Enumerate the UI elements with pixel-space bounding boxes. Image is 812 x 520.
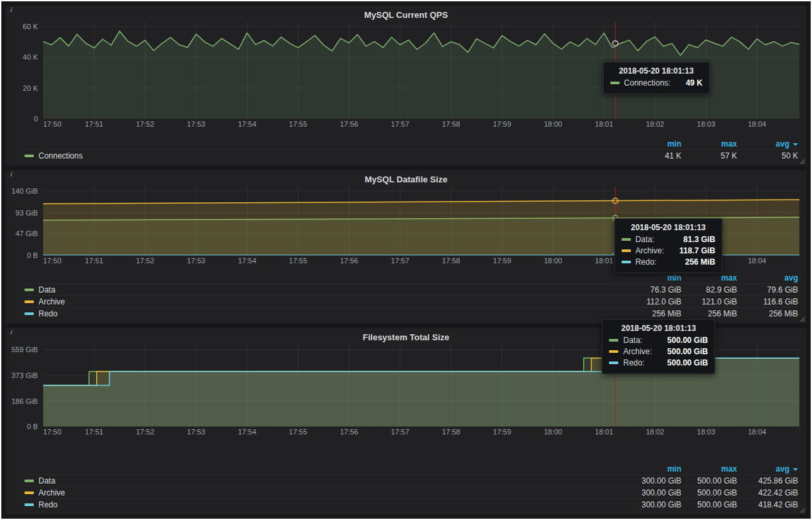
legend-row-data: Data 300.00 GiB 500.00 GiB 425.86 GiB [25,474,798,486]
y-axis-tick-label: 47 GiB [15,229,38,237]
legend-header-min[interactable]: min [626,139,681,149]
panel-info-icon[interactable]: i [8,171,15,178]
legend-header-avg[interactable]: avg [737,464,798,474]
panel-info-icon[interactable]: i [8,329,15,336]
x-axis-tick-label: 17:58 [442,120,460,128]
series-color-dash [609,361,618,364]
legend-series-name[interactable]: Redo [38,500,58,509]
graph-tooltip: 2018-05-20 18:01:13 Data: 81.3 GiB Archi… [614,218,722,273]
x-axis-tick-label: 18:03 [697,120,716,128]
legend-row-connections: Connections 41 K 57 K 50 K [25,149,798,161]
x-axis-tick-label: 17:50 [43,120,62,128]
legend-series-name[interactable]: Archive [38,297,65,306]
tooltip-series-name: Connections: [624,78,671,88]
legend-header-row: min max avg [25,139,798,149]
tooltip-series-value: 81.3 GiB [673,235,715,244]
series-color-dash [622,261,631,263]
x-axis-tick-label: 18:04 [748,257,766,265]
tooltip-series-value: 500.00 GiB [657,347,708,356]
legend-avg-value: 418.42 GiB [737,500,798,509]
tooltip-row: Redo: 500.00 GiB [609,358,708,367]
tooltip-series-value: 500.00 GiB [657,358,708,367]
legend-header-max[interactable]: max [681,273,737,283]
x-axis: 17:5017:5117:5217:5317:5417:5517:5617:57… [43,426,799,437]
legend-header-min[interactable]: min [626,273,681,283]
tooltip-row: Redo: 256 MiB [622,257,715,267]
legend-header-max[interactable]: max [681,139,737,149]
x-axis-tick-label: 17:52 [136,257,155,265]
series-color-dash [25,491,34,494]
panel-filesystem-total-size: i Filesystem Total Size 2018-05-20 18:01… [5,328,807,515]
series-color-dash [25,312,34,315]
tooltip-series-name: Redo: [623,358,644,367]
x-axis-tick-label: 17:55 [289,257,308,265]
x-axis-tick-label: 17:58 [442,428,460,436]
legend-header-avg[interactable]: avg [737,139,798,149]
legend-avg-value: 79.6 GiB [737,285,798,294]
tooltip-timestamp: 2018-05-20 18:01:13 [610,66,703,76]
x-axis-tick-label: 18:00 [544,120,563,128]
legend-min-value: 300.00 GiB [626,476,681,486]
legend-header-max[interactable]: max [681,464,737,474]
series-color-dash [622,238,631,241]
tooltip-series-value: 500.00 GiB [657,336,708,345]
legend-avg-value: 425.86 GiB [737,476,798,486]
series-color-dash [609,350,618,353]
x-axis-tick-label: 17:52 [136,428,155,436]
legend-max-value: 256 MiB [681,309,737,318]
tooltip-series-value: 256 MiB [675,257,715,267]
legend-series-name[interactable]: Data [38,285,55,294]
y-axis: 0 B47 GiB93 GiB140 GiB [13,186,43,255]
x-axis-tick-label: 17:54 [238,120,257,128]
tooltip-series-name: Archive: [636,246,664,255]
y-axis-tick-label: 20 K [23,84,38,92]
legend-max-value: 57 K [681,151,737,161]
x-axis-tick-label: 17:54 [238,428,257,436]
grafana-dashboard: i MySQL Current QPS 020 K40 K60 K 2018-0… [1,1,811,519]
panel-mysql-datafile-size: i MySQL Datafile Size 0 B47 GiB93 GiB140… [5,170,807,324]
graph-tooltip: 2018-05-20 18:01:13 Connections: 49 K [603,62,710,94]
x-axis-tick-label: 17:54 [238,257,257,265]
y-axis-tick-label: 373 GiB [11,371,38,379]
x-axis-tick-label: 17:53 [187,428,206,436]
series-color-dash [610,82,620,84]
panel-info-icon[interactable]: i [8,7,15,13]
series-color-dash [622,249,631,252]
legend-series-name[interactable]: Connections [38,151,83,161]
legend-avg-value: 116.6 GiB [737,297,798,306]
panel-title[interactable]: MySQL Datafile Size [13,173,799,186]
legend-avg-value: 256 MiB [737,309,798,318]
x-axis-tick-label: 17:57 [391,257,409,265]
x-axis-tick-label: 17:58 [442,257,460,265]
legend-series-name[interactable]: Archive [38,488,65,497]
x-axis-tick-label: 18:00 [544,257,563,265]
legend-series-name[interactable]: Data [38,476,55,486]
x-axis-tick-label: 17:56 [340,257,358,265]
x-axis-tick-label: 17:57 [391,428,409,436]
legend-header-min[interactable]: min [626,464,681,474]
tooltip-row: Connections: 49 K [610,78,703,88]
legend-max-value: 121.0 GiB [681,297,737,306]
x-axis-tick-label: 17:53 [187,257,206,265]
x-axis-tick-label: 17:51 [85,257,103,265]
tooltip-row: Data: 500.00 GiB [609,336,708,345]
legend-series-name[interactable]: Redo [38,309,58,318]
legend: min max avg Data 76.3 GiB 82.9 GiB 79.6 … [13,273,799,320]
x-axis-tick-label: 17:51 [85,428,103,436]
x-axis-tick-label: 18:01 [595,257,614,265]
legend-max-value: 500.00 GiB [681,476,737,486]
legend: min max avg Connections 41 K 57 K 50 K [13,139,799,162]
caret-down-icon [793,468,798,471]
tooltip-row: Archive: 118.7 GiB [622,246,715,255]
x-axis-tick-label: 17:55 [289,120,308,128]
legend-header-avg[interactable]: avg [737,273,798,283]
x-axis-tick-label: 17:51 [85,120,103,128]
x-axis-tick-label: 17:50 [43,428,62,436]
x-axis-tick-label: 18:03 [697,428,716,436]
panel-title[interactable]: MySQL Current QPS [13,9,799,22]
x-axis-tick-label: 17:57 [391,120,409,128]
y-axis-tick-label: 0 B [27,422,38,430]
x-axis-tick-label: 17:59 [493,257,511,265]
tooltip-series-name: Data: [636,235,655,244]
x-axis-tick-label: 17:50 [43,257,62,265]
